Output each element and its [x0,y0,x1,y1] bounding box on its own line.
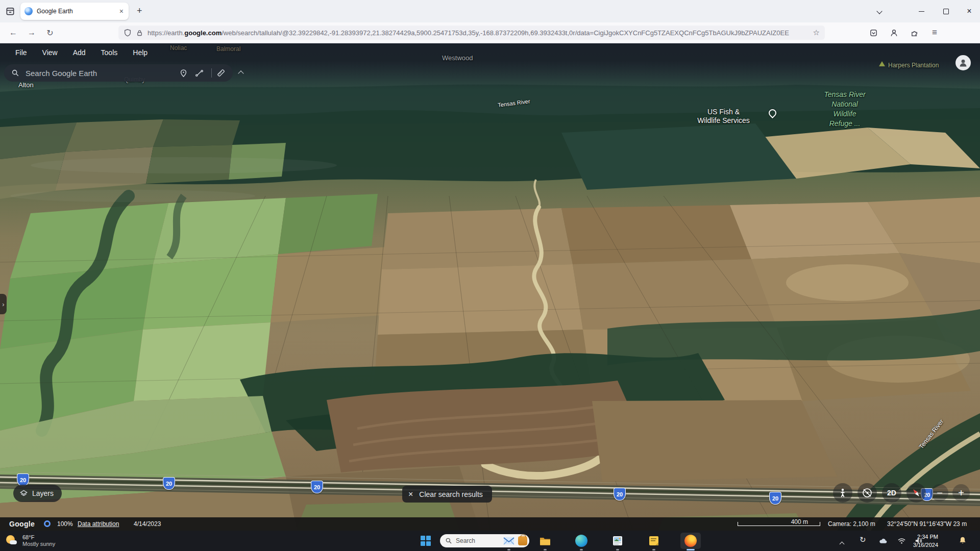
earth-menu-bar: File View Add Tools Help [0,43,980,62]
earth-mode-icon[interactable] [44,520,51,527]
mail-app-icon[interactable] [503,535,515,547]
harpers-marker-icon[interactable] [879,61,885,66]
google-logo: Google [9,520,35,528]
map-scale-bar: 400 m [738,520,820,528]
bookmark-star-icon[interactable]: ☆ [813,28,820,37]
path-tool-icon[interactable] [195,69,204,78]
onedrive-cloud-icon[interactable] [879,537,888,544]
cursor-coordinates: 32°24'50"N 91°16'43"W 23 m [887,520,967,528]
interstate-20-shield: 20 [163,477,175,490]
search-icon [11,69,19,77]
scale-label: 400 m [791,518,808,525]
2d-view-button[interactable]: 2D [882,483,901,503]
edge-browser-icon[interactable] [575,535,587,547]
menu-hamburger-icon[interactable]: ≡ [929,27,940,38]
file-explorer-icon[interactable] [539,535,551,547]
clock-date: 3/16/2024 [902,541,938,549]
forward-button[interactable]: → [24,26,39,39]
lock-icon[interactable] [136,29,143,37]
url-bar[interactable]: https://earth.google.com/web/search/tall… [118,26,825,40]
place-label-balmoral[interactable]: Balmoral [216,45,240,53]
earth-status-bar: Google 100% Data attribution 4/14/2023 4… [0,517,980,531]
photos-app-icon[interactable] [611,535,624,547]
earth-search-bar[interactable] [4,64,233,82]
search-icon [445,537,452,544]
place-label-usfws[interactable]: US Fish & Wildlife Services [684,108,763,125]
tab-close-icon[interactable]: × [118,7,125,15]
interstate-20-shield: 20 [769,492,781,505]
notification-bell-icon[interactable] [959,536,967,545]
imagery-quality: 100% [57,520,73,528]
sync-status-icon[interactable]: ↻ [860,535,866,544]
tracking-shield-icon[interactable] [124,29,132,37]
notes-app-icon[interactable] [648,535,660,547]
menu-tools[interactable]: Tools [101,48,118,57]
weather-widget[interactable]: 68°F Mostly sunny [5,531,55,551]
reload-button[interactable]: ↻ [43,26,57,39]
window-minimize-button[interactable] [910,1,933,21]
zoom-out-button[interactable]: − [931,484,948,502]
firefox-app-icon[interactable] [684,535,697,547]
collapse-toolbar-icon[interactable] [239,68,243,78]
extensions-icon[interactable] [909,27,920,38]
tab-title: Google Earth [37,8,118,15]
search-input[interactable] [24,68,175,78]
place-label-tensas-refuge[interactable]: Tensas River National Wildlife Refuge ..… [806,90,883,129]
measure-ruler-icon[interactable] [216,68,226,78]
taskbar-clock[interactable]: 2:34 PM 3/16/2024 [902,533,938,549]
layers-button[interactable]: Layers [13,485,62,502]
back-button[interactable]: ← [6,26,20,39]
place-label-noliac[interactable]: Noliac [170,44,187,52]
place-label-harpers[interactable]: Harpers Plantation [888,62,939,69]
clock-time: 2:34 PM [902,533,938,541]
side-panel-toggle[interactable]: › [0,294,7,314]
weather-desc: Mostly sunny [22,541,55,547]
close-icon: × [408,490,413,499]
menu-add[interactable]: Add [73,48,86,57]
compass-disabled-icon[interactable] [857,483,877,503]
account-avatar[interactable] [955,55,971,70]
interstate-20-shield: 20 [311,481,323,493]
firefox-view-icon[interactable] [5,6,15,16]
placemark-pin-icon[interactable] [179,69,188,78]
interstate-20-shield: 20 [614,488,626,500]
url-text: https://earth.google.com/web/search/tall… [148,29,813,37]
google-earth-favicon [24,7,33,15]
tray-expand-icon[interactable] [840,539,844,548]
start-button[interactable] [420,535,432,547]
browser-toolbar: ← → ↻ https://earth.google.com/web/searc… [0,22,980,43]
data-attribution-link[interactable]: Data attribution [78,520,119,528]
screen: Google Earth × + × ← → ↻ https://earth.g… [0,0,980,551]
weather-icon [5,534,18,547]
window-maximize-button[interactable] [934,1,958,21]
menu-help[interactable]: Help [133,48,148,57]
place-label-westwood[interactable]: Westwood [442,54,473,62]
browser-tab-strip: Google Earth × + × [0,0,980,22]
weather-temp: 68°F [22,534,55,541]
layers-icon [19,489,28,498]
browser-tab[interactable]: Google Earth × [20,3,129,20]
account-icon[interactable] [888,27,899,38]
window-close-button[interactable]: × [958,1,980,21]
list-tabs-icon[interactable] [868,1,891,21]
windows-taskbar: 68°F Mostly sunny Search [0,531,980,551]
search-highlight-icon [518,536,527,545]
compass-icon[interactable] [906,483,926,503]
pocket-icon[interactable] [868,27,879,38]
taskbar-search[interactable]: Search [440,534,529,547]
new-tab-button[interactable]: + [137,6,142,16]
menu-view[interactable]: View [42,48,58,57]
camera-altitude: Camera: 2,100 m [828,520,875,528]
toolbar-divider [211,68,212,78]
google-earth-viewport[interactable]: Noliac Balmoral Westwood Alton Quimby Te… [0,43,980,531]
menu-file[interactable]: File [15,48,27,57]
street-view-pegman-button[interactable] [833,483,852,503]
imagery-date: 4/14/2023 [134,520,161,528]
zoom-in-button[interactable]: + [952,484,970,502]
usfws-pin-icon[interactable] [769,109,776,117]
clear-search-results-button[interactable]: × Clear search results [402,486,492,503]
place-label-alton[interactable]: Alton [18,81,34,89]
